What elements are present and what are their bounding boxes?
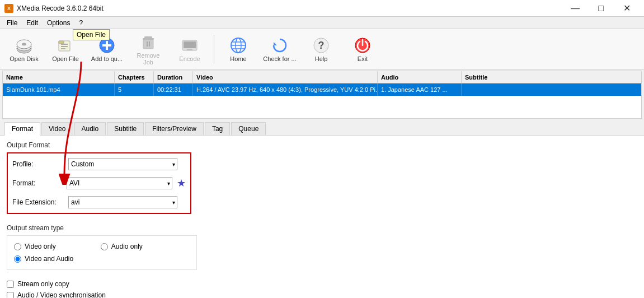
col-header-chapters: Chapters [115,71,154,83]
video-only-option[interactable]: Video only [14,243,56,250]
audio-only-radio[interactable] [101,243,108,250]
format-box: Profile: Custom Format: AVI ★ [7,152,191,214]
open-disk-button[interactable]: Open Disk [4,32,44,66]
menu-options[interactable]: Options [43,18,74,28]
file-ext-select-wrapper[interactable]: avi [68,196,177,208]
toolbar-separator [214,35,214,63]
stream-only-copy-label: Stream only copy [17,280,69,288]
remove-job-label: Remove Job [131,52,165,66]
col-header-name: Name [3,71,115,83]
svg-rect-13 [144,36,152,38]
menu-help[interactable]: ? [74,18,87,28]
app-icon: X [4,4,13,13]
favorite-star-button[interactable]: ★ [177,177,186,189]
encode-icon [181,36,199,54]
output-format-title: Output Format [7,141,637,149]
encode-label: Encode [179,55,200,62]
file-video: H.264 / AVC 23.97 Hz, 640 x 480 (4:3), P… [193,83,378,96]
minimize-button[interactable]: — [562,0,588,17]
exit-button[interactable]: Exit [343,32,382,66]
add-to-queue-label: Add to qu... [91,55,123,62]
remove-job-icon [139,33,157,51]
file-ext-select[interactable]: avi [68,196,177,208]
profile-label: Profile: [12,160,68,168]
svg-rect-6 [61,44,68,45]
col-header-audio: Audio [378,71,462,83]
help-button[interactable]: ? Help [302,32,341,66]
tab-queue[interactable]: Queue [231,122,266,135]
table-row[interactable]: SlamDunk 101.mp4 5 00:22:31 H.264 / AVC … [3,83,641,96]
svg-rect-16 [149,41,150,46]
help-label: Help [315,55,328,62]
file-ext-label: File Extension: [12,198,68,206]
home-button[interactable]: Home [219,32,258,66]
help-icon: ? [312,36,330,54]
exit-label: Exit [358,55,368,62]
home-icon [229,36,247,54]
tab-format[interactable]: Format [4,122,40,136]
format-label: Format: [12,179,67,187]
svg-rect-7 [61,46,68,47]
format-select[interactable]: AVI [67,177,172,189]
menu-file[interactable]: File [2,18,22,28]
file-name: SlamDunk 101.mp4 [3,83,115,96]
maximize-button[interactable]: □ [588,0,614,17]
svg-rect-14 [143,40,153,49]
open-disk-icon [15,36,33,54]
video-audio-option[interactable]: Video and Audio [14,255,73,263]
menu-edit[interactable]: Edit [22,18,43,28]
svg-text:?: ? [318,40,325,51]
exit-icon [354,36,372,54]
stream-type-title: Output stream type [7,224,637,232]
audio-video-sync-checkbox[interactable] [7,292,14,299]
close-button[interactable]: ✕ [614,0,640,17]
audio-video-sync-label: Audio / Video synchronisation [17,291,106,298]
col-header-video: Video [193,71,378,83]
file-subtitle [462,83,518,96]
svg-rect-8 [61,48,65,49]
titlebar: X XMedia Recode 3.6.0.2 64bit — □ ✕ [0,0,644,17]
open-file-label: Open File [52,55,79,62]
toolbar: Open Disk Open File Open File [0,29,644,69]
menubar: File Edit Options ? [0,17,644,29]
format-content: Output Format Profile: Custom Format: [0,136,644,298]
svg-rect-11 [102,44,111,46]
open-disk-label: Open Disk [10,55,38,62]
profile-row: Profile: Custom [12,158,186,170]
home-label: Home [230,55,246,62]
open-file-tooltip: Open File [73,29,110,40]
file-ext-row: File Extension: avi [12,196,186,208]
remove-job-button[interactable]: Remove Job [129,32,168,66]
video-audio-radio[interactable] [14,255,21,263]
profile-select[interactable]: Custom [68,158,177,170]
file-list: Name Chapters Duration Video Audio Subti… [2,71,642,119]
tab-filters-preview[interactable]: Filters/Preview [145,122,204,135]
col-header-subtitle: Subtitle [462,71,518,83]
check-updates-button[interactable]: Check for ... [260,32,299,66]
stream-type-options: Video only Audio only Video and Audio [7,235,197,270]
check-updates-icon [271,36,289,54]
profile-select-wrapper[interactable]: Custom [68,158,177,170]
format-select-wrapper[interactable]: AVI [67,177,172,189]
svg-rect-15 [147,41,148,46]
stream-only-copy-checkbox[interactable] [7,281,14,288]
file-duration: 00:22:31 [154,83,193,96]
svg-marker-25 [274,42,277,45]
svg-rect-18 [184,41,196,48]
video-audio-label: Video and Audio [25,255,73,263]
file-chapters: 5 [115,83,154,96]
svg-rect-5 [59,41,64,44]
app-title: XMedia Recode 3.6.0.2 64bit [17,4,104,12]
video-only-label: Video only [25,243,56,250]
video-only-radio[interactable] [14,243,21,250]
audio-video-sync-option[interactable]: Audio / Video synchronisation [7,291,637,298]
encode-button[interactable]: Encode [170,32,209,66]
audio-only-option[interactable]: Audio only [101,243,143,250]
tab-subtitle[interactable]: Subtitle [107,122,144,135]
tab-video[interactable]: Video [41,122,73,135]
tab-audio[interactable]: Audio [74,122,106,135]
checkbox-section: Stream only copy Audio / Video synchroni… [7,280,637,298]
stream-only-copy-option[interactable]: Stream only copy [7,280,637,288]
check-updates-label: Check for ... [263,55,296,62]
tab-tag[interactable]: Tag [205,122,230,135]
